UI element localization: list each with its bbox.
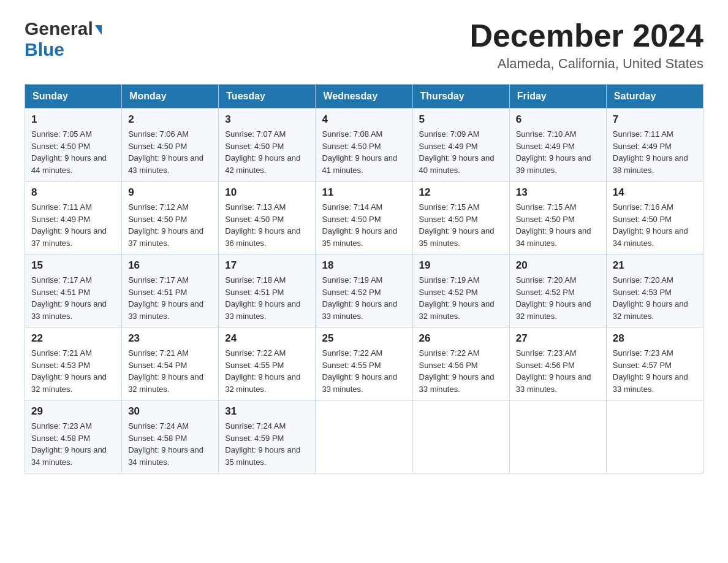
day-info: Sunrise: 7:19 AMSunset: 4:52 PMDaylight:… [322, 274, 406, 322]
calendar-day-cell [412, 400, 509, 473]
calendar-day-cell: 1Sunrise: 7:05 AMSunset: 4:50 PMDaylight… [25, 109, 122, 182]
day-info: Sunrise: 7:16 AMSunset: 4:50 PMDaylight:… [613, 201, 697, 249]
logo-blue-text: Blue [25, 39, 102, 60]
day-info: Sunrise: 7:11 AMSunset: 4:49 PMDaylight:… [31, 201, 115, 249]
calendar-day-cell: 5Sunrise: 7:09 AMSunset: 4:49 PMDaylight… [412, 109, 509, 182]
day-number: 19 [419, 259, 503, 272]
day-info: Sunrise: 7:11 AMSunset: 4:49 PMDaylight:… [613, 128, 697, 176]
calendar-day-cell: 14Sunrise: 7:16 AMSunset: 4:50 PMDayligh… [606, 182, 703, 255]
location-subtitle: Alameda, California, United States [469, 56, 703, 72]
day-number: 24 [225, 332, 309, 345]
day-number: 29 [31, 405, 115, 418]
calendar-day-cell: 7Sunrise: 7:11 AMSunset: 4:49 PMDaylight… [606, 109, 703, 182]
day-info: Sunrise: 7:15 AMSunset: 4:50 PMDaylight:… [419, 201, 503, 249]
day-info: Sunrise: 7:23 AMSunset: 4:58 PMDaylight:… [31, 420, 115, 468]
day-info: Sunrise: 7:09 AMSunset: 4:49 PMDaylight:… [419, 128, 503, 176]
calendar-day-cell: 28Sunrise: 7:23 AMSunset: 4:57 PMDayligh… [606, 327, 703, 400]
day-number: 11 [322, 186, 406, 199]
day-info: Sunrise: 7:06 AMSunset: 4:50 PMDaylight:… [128, 128, 212, 176]
calendar-week-row: 15Sunrise: 7:17 AMSunset: 4:51 PMDayligh… [25, 255, 703, 327]
calendar-day-cell: 22Sunrise: 7:21 AMSunset: 4:53 PMDayligh… [25, 327, 122, 400]
day-info: Sunrise: 7:15 AMSunset: 4:50 PMDaylight:… [516, 201, 600, 249]
calendar-week-row: 8Sunrise: 7:11 AMSunset: 4:49 PMDaylight… [25, 182, 703, 255]
calendar-week-row: 1Sunrise: 7:05 AMSunset: 4:50 PMDaylight… [25, 109, 703, 182]
day-info: Sunrise: 7:22 AMSunset: 4:55 PMDaylight:… [322, 347, 406, 395]
calendar-day-cell: 6Sunrise: 7:10 AMSunset: 4:49 PMDaylight… [509, 109, 606, 182]
day-info: Sunrise: 7:12 AMSunset: 4:50 PMDaylight:… [128, 201, 212, 249]
day-info: Sunrise: 7:14 AMSunset: 4:50 PMDaylight:… [322, 201, 406, 249]
day-info: Sunrise: 7:07 AMSunset: 4:50 PMDaylight:… [225, 128, 309, 176]
logo-general-text: General [25, 18, 93, 39]
day-info: Sunrise: 7:22 AMSunset: 4:56 PMDaylight:… [419, 347, 503, 395]
day-number: 28 [613, 332, 697, 345]
calendar-day-cell: 16Sunrise: 7:17 AMSunset: 4:51 PMDayligh… [122, 255, 219, 327]
calendar-day-header: Thursday [412, 85, 509, 109]
day-number: 16 [128, 259, 212, 272]
calendar-day-cell: 21Sunrise: 7:20 AMSunset: 4:53 PMDayligh… [606, 255, 703, 327]
calendar-day-cell: 13Sunrise: 7:15 AMSunset: 4:50 PMDayligh… [509, 182, 606, 255]
calendar-day-cell: 20Sunrise: 7:20 AMSunset: 4:52 PMDayligh… [509, 255, 606, 327]
day-number: 10 [225, 186, 309, 199]
calendar-week-row: 22Sunrise: 7:21 AMSunset: 4:53 PMDayligh… [25, 327, 703, 400]
calendar-week-row: 29Sunrise: 7:23 AMSunset: 4:58 PMDayligh… [25, 400, 703, 473]
day-info: Sunrise: 7:20 AMSunset: 4:52 PMDaylight:… [516, 274, 600, 322]
calendar-day-cell: 27Sunrise: 7:23 AMSunset: 4:56 PMDayligh… [509, 327, 606, 400]
calendar-day-cell: 2Sunrise: 7:06 AMSunset: 4:50 PMDaylight… [122, 109, 219, 182]
day-number: 31 [225, 405, 309, 418]
calendar-day-cell: 10Sunrise: 7:13 AMSunset: 4:50 PMDayligh… [219, 182, 316, 255]
calendar-day-cell: 24Sunrise: 7:22 AMSunset: 4:55 PMDayligh… [219, 327, 316, 400]
calendar-day-header: Friday [509, 85, 606, 109]
day-number: 7 [613, 113, 697, 126]
day-number: 26 [419, 332, 503, 345]
day-info: Sunrise: 7:21 AMSunset: 4:54 PMDaylight:… [128, 347, 212, 395]
calendar-day-header: Wednesday [316, 85, 412, 109]
day-number: 4 [322, 113, 406, 126]
calendar-day-header: Saturday [606, 85, 703, 109]
day-number: 27 [516, 332, 600, 345]
day-number: 8 [31, 186, 115, 199]
calendar-day-cell: 26Sunrise: 7:22 AMSunset: 4:56 PMDayligh… [412, 327, 509, 400]
calendar-day-cell: 3Sunrise: 7:07 AMSunset: 4:50 PMDaylight… [219, 109, 316, 182]
day-info: Sunrise: 7:23 AMSunset: 4:56 PMDaylight:… [516, 347, 600, 395]
title-area: December 2024 Alameda, California, Unite… [469, 18, 703, 72]
calendar-table: SundayMondayTuesdayWednesdayThursdayFrid… [25, 84, 703, 473]
day-info: Sunrise: 7:21 AMSunset: 4:53 PMDaylight:… [31, 347, 115, 395]
calendar-day-header: Monday [122, 85, 219, 109]
calendar-day-cell: 29Sunrise: 7:23 AMSunset: 4:58 PMDayligh… [25, 400, 122, 473]
page-header: General Blue December 2024 Alameda, Cali… [25, 18, 703, 72]
calendar-day-cell: 19Sunrise: 7:19 AMSunset: 4:52 PMDayligh… [412, 255, 509, 327]
day-number: 18 [322, 259, 406, 272]
calendar-day-cell: 4Sunrise: 7:08 AMSunset: 4:50 PMDaylight… [316, 109, 412, 182]
day-number: 20 [516, 259, 600, 272]
calendar-day-cell: 23Sunrise: 7:21 AMSunset: 4:54 PMDayligh… [122, 327, 219, 400]
calendar-day-cell [509, 400, 606, 473]
calendar-header-row: SundayMondayTuesdayWednesdayThursdayFrid… [25, 85, 703, 109]
day-number: 13 [516, 186, 600, 199]
calendar-day-cell: 11Sunrise: 7:14 AMSunset: 4:50 PMDayligh… [316, 182, 412, 255]
day-number: 9 [128, 186, 212, 199]
calendar-day-cell: 30Sunrise: 7:24 AMSunset: 4:58 PMDayligh… [122, 400, 219, 473]
day-number: 17 [225, 259, 309, 272]
calendar-day-cell: 17Sunrise: 7:18 AMSunset: 4:51 PMDayligh… [219, 255, 316, 327]
day-info: Sunrise: 7:22 AMSunset: 4:55 PMDaylight:… [225, 347, 309, 395]
day-info: Sunrise: 7:05 AMSunset: 4:50 PMDaylight:… [31, 128, 115, 176]
day-number: 6 [516, 113, 600, 126]
day-info: Sunrise: 7:13 AMSunset: 4:50 PMDaylight:… [225, 201, 309, 249]
calendar-day-cell: 9Sunrise: 7:12 AMSunset: 4:50 PMDaylight… [122, 182, 219, 255]
calendar-day-cell: 25Sunrise: 7:22 AMSunset: 4:55 PMDayligh… [316, 327, 412, 400]
day-number: 12 [419, 186, 503, 199]
day-number: 14 [613, 186, 697, 199]
logo-triangle-icon [95, 25, 102, 35]
day-info: Sunrise: 7:20 AMSunset: 4:53 PMDaylight:… [613, 274, 697, 322]
calendar-day-cell: 8Sunrise: 7:11 AMSunset: 4:49 PMDaylight… [25, 182, 122, 255]
day-info: Sunrise: 7:24 AMSunset: 4:59 PMDaylight:… [225, 420, 309, 468]
day-number: 23 [128, 332, 212, 345]
calendar-day-cell: 12Sunrise: 7:15 AMSunset: 4:50 PMDayligh… [412, 182, 509, 255]
day-number: 21 [613, 259, 697, 272]
day-number: 15 [31, 259, 115, 272]
day-number: 2 [128, 113, 212, 126]
day-number: 22 [31, 332, 115, 345]
day-number: 25 [322, 332, 406, 345]
calendar-day-cell [316, 400, 412, 473]
month-title: December 2024 [469, 18, 703, 53]
